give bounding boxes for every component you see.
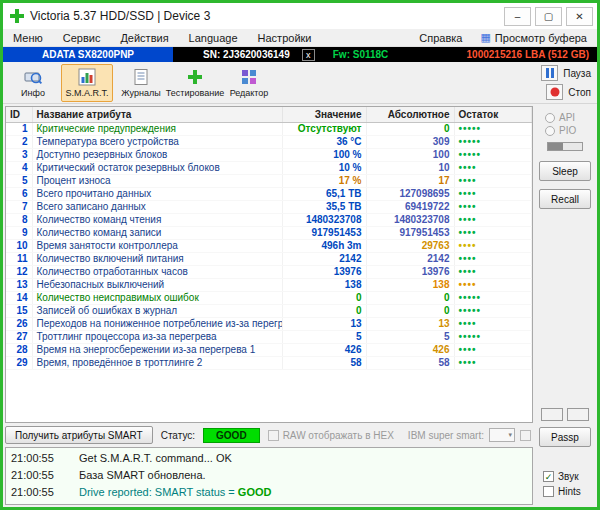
attr-absolute-cell: 309 bbox=[366, 135, 454, 148]
attr-name-cell: Количество неисправимых ошибок bbox=[32, 291, 282, 304]
attr-remaining-cell: •••• bbox=[454, 239, 532, 252]
ibm-super-smart-checkbox[interactable] bbox=[520, 430, 531, 441]
menu-item-settings[interactable]: Настройки bbox=[258, 32, 312, 44]
tab-smart[interactable]: S.M.A.R.T. bbox=[61, 64, 113, 102]
table-row[interactable]: 1 Критические предупреждения Отсутствуют… bbox=[6, 122, 532, 135]
attr-value-cell: 36 °C bbox=[282, 135, 366, 148]
bar-chart-icon bbox=[78, 68, 96, 86]
menu-item-language[interactable]: Language bbox=[189, 32, 238, 44]
attr-name-cell: Процент износа bbox=[32, 174, 282, 187]
table-row[interactable]: 11 Количество включений питания 2142 214… bbox=[6, 252, 532, 265]
header-value: Значение bbox=[282, 107, 366, 122]
victoria-window: Victoria 5.37 HDD/SSD | Device 3 – ▢ ✕ М… bbox=[0, 0, 600, 510]
menu-item-help[interactable]: Справка bbox=[419, 32, 462, 44]
table-row[interactable]: 14 Количество неисправимых ошибок 0 0 ••… bbox=[6, 291, 532, 304]
attr-absolute-cell: 0 bbox=[366, 122, 454, 135]
attr-id-cell: 2 bbox=[6, 135, 32, 148]
table-row[interactable]: 5 Процент износа 17 % 17 •••• bbox=[6, 174, 532, 187]
tab-editor-label: Редактор bbox=[230, 88, 269, 98]
api-radio[interactable]: API bbox=[537, 112, 575, 123]
raw-hex-checkbox[interactable]: RAW отображать в HEX bbox=[268, 430, 394, 441]
table-row[interactable]: 2 Температура всего устройства 36 °C 309… bbox=[6, 135, 532, 148]
table-row[interactable]: 9 Количество команд записи 917951453 917… bbox=[6, 226, 532, 239]
menu-item-actions[interactable]: Действия bbox=[120, 32, 168, 44]
maximize-button[interactable]: ▢ bbox=[535, 7, 562, 26]
attr-value-cell: 13976 bbox=[282, 265, 366, 278]
table-row[interactable]: 28 Время на энергосбережении из-за перег… bbox=[6, 343, 532, 356]
table-row[interactable]: 27 Троттлинг процессора из-за перегрева … bbox=[6, 330, 532, 343]
table-row[interactable]: 7 Всего записано данных 35,5 TB 69419722… bbox=[6, 200, 532, 213]
close-button[interactable]: ✕ bbox=[566, 7, 593, 26]
attr-remaining-cell: •••• bbox=[454, 356, 532, 369]
table-row[interactable]: 6 Всего прочитано данных 65,1 TB 1270986… bbox=[6, 187, 532, 200]
main-area: ID Название атрибута Значение Абсолютное… bbox=[3, 104, 597, 507]
pause-button[interactable]: Пауза bbox=[541, 65, 591, 81]
table-row[interactable]: 3 Доступно резервных блоков 100 % 100 ••… bbox=[6, 148, 532, 161]
header-id: ID bbox=[6, 107, 32, 122]
bottom-controls: Получить атрибуты SMART Статус: GOOD RAW… bbox=[5, 425, 533, 445]
tab-editor[interactable]: Редактор bbox=[223, 64, 275, 102]
attr-value-cell: 13 bbox=[282, 317, 366, 330]
log-line: 21:00:55 Get S.M.A.R.T. command... OK bbox=[11, 450, 527, 467]
stop-button[interactable]: Стоп bbox=[546, 84, 591, 100]
get-smart-button[interactable]: Получить атрибуты SMART bbox=[5, 426, 153, 444]
attr-remaining-cell: •••• bbox=[454, 200, 532, 213]
menu-item-menu[interactable]: Меню bbox=[13, 32, 43, 44]
device-bar: ADATA SX8200PNP SN: 2J3620036149 x Fw: S… bbox=[3, 47, 597, 62]
attr-id-cell: 12 bbox=[6, 265, 32, 278]
table-row[interactable]: 29 Время, проведённое в троттлинге 2 58 … bbox=[6, 356, 532, 369]
raw-hex-label: RAW отображать в HEX bbox=[283, 430, 394, 441]
device-model-tab[interactable]: ADATA SX8200PNP bbox=[3, 47, 173, 62]
ibm-super-smart-dropdown[interactable]: ▾ bbox=[489, 428, 515, 442]
device-serial: SN: 2J3620036149 bbox=[203, 49, 290, 60]
attr-id-cell: 26 bbox=[6, 317, 32, 330]
victoria-app-icon bbox=[10, 9, 24, 23]
window-title: Victoria 5.37 HDD/SSD | Device 3 bbox=[30, 9, 210, 23]
tab-journals[interactable]: Журналы bbox=[115, 64, 167, 102]
sleep-button[interactable]: Sleep bbox=[539, 161, 591, 181]
table-row[interactable]: 13 Небезопасных выключений 138 138 •••• bbox=[6, 278, 532, 291]
device-capacity: 1000215216 LBA (512 GB) bbox=[467, 49, 589, 60]
device-close-button[interactable]: x bbox=[302, 49, 315, 61]
recall-button[interactable]: Recall bbox=[539, 189, 591, 209]
drive-info-icon bbox=[24, 68, 42, 86]
attr-id-cell: 5 bbox=[6, 174, 32, 187]
attr-absolute-cell: 100 bbox=[366, 148, 454, 161]
pio-radio[interactable]: PIO bbox=[537, 125, 576, 136]
attr-name-cell: Время занятости контроллера bbox=[32, 239, 282, 252]
menu-item-service[interactable]: Сервис bbox=[63, 32, 101, 44]
smart-table-panel: ID Название атрибута Значение Абсолютное… bbox=[5, 106, 533, 423]
table-row[interactable]: 8 Количество команд чтения 1480323708 14… bbox=[6, 213, 532, 226]
table-row[interactable]: 10 Время занятости контроллера 496h 3m 2… bbox=[6, 239, 532, 252]
attr-value-cell: 0 bbox=[282, 304, 366, 317]
indicator-box bbox=[541, 408, 563, 421]
table-header-row: ID Название атрибута Значение Абсолютное… bbox=[6, 107, 532, 122]
minimize-button[interactable]: – bbox=[504, 7, 531, 26]
tab-testing[interactable]: Тестирование bbox=[169, 64, 221, 102]
sound-checkbox-label: Звук bbox=[558, 471, 579, 482]
table-row[interactable]: 26 Переходов на пониженное потребление и… bbox=[6, 317, 532, 330]
sound-checkbox[interactable]: ✓ Звук bbox=[537, 471, 579, 482]
log-panel: 21:00:55 Get S.M.A.R.T. command... OK 21… bbox=[5, 447, 533, 505]
tab-info[interactable]: Инфо bbox=[7, 64, 59, 102]
attr-remaining-cell: ••••• bbox=[454, 135, 532, 148]
attr-absolute-cell: 13976 bbox=[366, 265, 454, 278]
attr-absolute-cell: 5 bbox=[366, 330, 454, 343]
log-good-value: GOOD bbox=[238, 486, 272, 498]
attr-id-cell: 13 bbox=[6, 278, 32, 291]
attr-remaining-cell: •••• bbox=[454, 161, 532, 174]
passp-button[interactable]: Passp bbox=[539, 427, 591, 447]
status-badge: GOOD bbox=[203, 428, 260, 443]
smart-table-body: 1 Критические предупреждения Отсутствуют… bbox=[6, 122, 532, 369]
attr-id-cell: 29 bbox=[6, 356, 32, 369]
attr-name-cell: Температура всего устройства bbox=[32, 135, 282, 148]
attr-name-cell: Записей об ошибках в журнал bbox=[32, 304, 282, 317]
buffer-view-button[interactable]: ▦ Просмотр буфера bbox=[480, 32, 587, 44]
hints-checkbox[interactable]: Hints bbox=[537, 486, 581, 497]
log-timestamp: 21:00:55 bbox=[11, 484, 63, 501]
table-row[interactable]: 15 Записей об ошибках в журнал 0 0 ••••• bbox=[6, 304, 532, 317]
table-row[interactable]: 4 Критический остаток резервных блоков 1… bbox=[6, 161, 532, 174]
attr-absolute-cell: 0 bbox=[366, 291, 454, 304]
stop-icon bbox=[546, 84, 563, 100]
table-row[interactable]: 12 Количество отработанных часов 13976 1… bbox=[6, 265, 532, 278]
